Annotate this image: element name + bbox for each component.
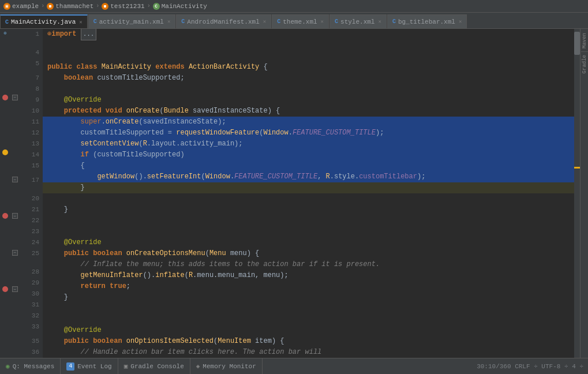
tab-label: activity_main.xml (99, 18, 164, 25)
breadcrumb-item[interactable]: ▣ example (3, 3, 39, 10)
line-num-31: 31 (20, 300, 43, 311)
fold-cell-17[interactable]: − (10, 175, 20, 184)
fold-button[interactable]: − (12, 177, 18, 182)
bp-cell-34 (0, 330, 10, 339)
code-line-25: } (43, 292, 574, 303)
tab-close-button[interactable]: ✕ (321, 18, 324, 25)
status-event-log-tab[interactable]: 4 Event Log (61, 358, 118, 375)
breadcrumb-item-active[interactable]: C MainActivity (153, 3, 207, 10)
bp-cell-19 (0, 193, 10, 203)
line-num-12: 12 (20, 128, 43, 139)
breakpoint-dot (2, 213, 8, 219)
fold-cell-11 (10, 120, 20, 129)
fold-cell-35 (10, 339, 20, 349)
status-bar: ◉ Q: Messages 4 Event Log ▣ Gradle Conso… (0, 358, 588, 374)
code-line-10: customTitleSupported = requestWindowFeat… (43, 128, 574, 139)
tab-icon: C (335, 18, 338, 25)
fold-button[interactable]: − (12, 95, 18, 100)
tab-label: theme.xml (283, 18, 317, 25)
tab-activity-main-xml[interactable]: C activity_main.xml ✕ (88, 14, 176, 28)
tab-close-button[interactable]: ✕ (167, 18, 170, 25)
fold-cell-21[interactable]: − (10, 212, 20, 221)
bp-cell-6 (0, 74, 10, 84)
bp-cell-8[interactable] (0, 93, 10, 102)
tab-close-button[interactable]: ✕ (263, 18, 266, 25)
fold-cell-32 (10, 312, 20, 321)
bp-cell-1[interactable]: ⊕ (0, 29, 10, 38)
tab-close-button[interactable]: ✕ (459, 18, 462, 25)
line-numbers: 1 4 5 7 8 9 10 11 12 13 14 15 17 20 21 2… (20, 29, 43, 358)
fold-cell-29[interactable]: − (10, 285, 20, 294)
line-num-4: 4 (20, 47, 43, 58)
code-line-2 (43, 40, 574, 51)
tab-theme-xml[interactable]: C theme.xml ✕ (272, 14, 329, 28)
line-num-33: 33 (20, 321, 43, 332)
fold-cell-36 (10, 349, 20, 358)
bp-cell-14[interactable] (0, 148, 10, 157)
breakpoint-dot (2, 286, 8, 292)
tab-style-xml[interactable]: C style.xml ✕ (329, 14, 387, 28)
event-log-label: Event Log (77, 363, 111, 370)
bp-cell-17 (0, 175, 10, 184)
sidebar-label-maven[interactable]: Maven (582, 31, 587, 50)
bp-cell-21[interactable] (0, 212, 10, 221)
line-num-25: 25 (20, 248, 43, 259)
fold-cell-15 (10, 157, 20, 166)
fold-cell-10 (10, 111, 20, 120)
line-num-30: 30 (20, 289, 43, 300)
bp-cell-20 (0, 203, 10, 212)
line-num-1: 1 (20, 29, 43, 40)
code-line-8: protected void onCreate(Bundle savedInst… (43, 106, 574, 117)
tab-bg-titlebar-xml[interactable]: C bg_titlebar.xml ✕ (387, 14, 467, 28)
code-line-21: public boolean onCreateOptionsMenu(Menu … (43, 248, 574, 259)
event-log-count: 4 (66, 362, 74, 371)
breadcrumb-sep: › (41, 3, 44, 9)
line-num-23: 23 (20, 226, 43, 237)
bp-cell-33 (0, 321, 10, 331)
import-collapsed[interactable]: ... (81, 29, 97, 40)
fold-cell-6 (10, 74, 20, 84)
fold-cell-25[interactable]: − (10, 248, 20, 257)
breadcrumb-item[interactable]: ◼ test21231 (102, 3, 144, 10)
scrollbar-thumb[interactable] (574, 32, 580, 55)
editor-container: ⊕ (0, 29, 588, 358)
line-num-5: 5 (20, 58, 43, 69)
code-line-11: setContentView(R.layout.activity_main); (43, 139, 574, 149)
fold-cell-22 (10, 220, 20, 230)
fold-cell-31 (10, 303, 20, 312)
tab-mainactivity-java[interactable]: C MainActivity.java ✕ (0, 14, 88, 28)
bp-cell-3 (0, 47, 10, 57)
fold-button[interactable]: − (12, 286, 18, 292)
tab-close-button[interactable]: ✕ (79, 19, 82, 25)
left-gutter: ⊕ (0, 29, 43, 358)
sidebar-label-gradle[interactable]: Gradle (582, 53, 587, 75)
code-line-19 (43, 226, 574, 237)
bp-cell-2 (0, 38, 10, 47)
line-num-9: 9 (20, 95, 43, 106)
code-line-17: } (43, 204, 574, 215)
bp-cell-29[interactable] (0, 285, 10, 294)
fold-cell-8[interactable]: − (10, 93, 20, 102)
breadcrumb-item[interactable]: ◼ thammachet (47, 3, 93, 10)
status-memory-monitor-tab[interactable]: ◈ Memory Monitor (190, 358, 263, 375)
code-line-20: @Override (43, 237, 574, 248)
right-sidebar-panel: Maven Gradle (580, 29, 588, 358)
code-line-13: { (43, 160, 574, 171)
fold-cell-20 (10, 203, 20, 212)
tab-icon: C (5, 19, 9, 25)
code-line-12: if (customTitleSupported) (43, 149, 574, 160)
fold-button[interactable]: − (12, 250, 18, 256)
vertical-scrollbar[interactable] (574, 29, 580, 358)
line-num-21: 21 (20, 204, 43, 215)
tab-close-button[interactable]: ✕ (378, 18, 381, 25)
status-gradle-console-tab[interactable]: ▣ Gradle Console (118, 358, 190, 375)
module-icon: ◼ (102, 3, 108, 10)
fold-button[interactable]: − (12, 213, 18, 219)
tab-androidmanifest-xml[interactable]: C AndroidManifest.xml ✕ (176, 14, 271, 28)
code-editor[interactable]: ⊕import ... public class MainActivity ex… (43, 29, 574, 358)
line-num-8: 8 (20, 84, 43, 95)
status-messages-tab[interactable]: ◉ Q: Messages (0, 358, 61, 375)
tab-label: bg_titlebar.xml (398, 18, 455, 25)
fold-cell-1 (10, 29, 20, 38)
bp-cell-18 (0, 184, 10, 193)
